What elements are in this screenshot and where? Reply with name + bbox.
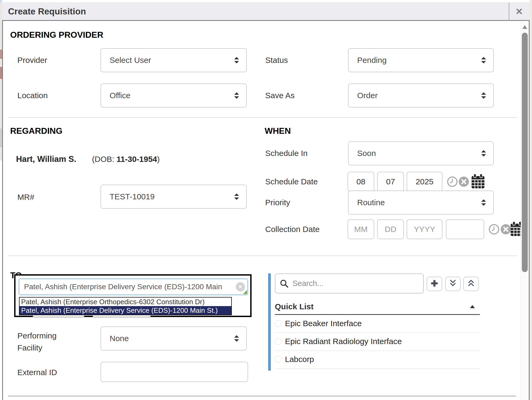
move-all-down-button[interactable] <box>445 277 461 291</box>
suggestion-item-highlighted[interactable]: Patel, Ashish (Enterprise Delivery Servi… <box>20 306 231 315</box>
schedule-date-label: Schedule Date <box>265 177 318 186</box>
decorative-fragment <box>0 0 2 3</box>
quick-list-radio[interactable] <box>275 320 282 327</box>
status-select[interactable]: Pending <box>348 48 494 72</box>
list-separator <box>275 351 480 351</box>
move-all-up-button[interactable] <box>463 277 479 291</box>
dialog-title: Create Requisition <box>8 2 86 21</box>
list-separator <box>275 368 480 369</box>
background-page-right-edge <box>530 0 532 400</box>
recipient-suggestion-list: Patel, Ashish (Enterprise Orthopedics-63… <box>19 297 232 315</box>
plus-icon <box>430 279 439 289</box>
collection-date-clear-icon[interactable] <box>500 224 511 235</box>
collection-time-input[interactable] <box>446 219 484 239</box>
bottom-divider <box>8 395 516 397</box>
collection-date-label: Collection Date <box>265 224 319 234</box>
ordering-provider-heading: ORDERING PROVIDER <box>10 30 103 40</box>
performing-facility-select[interactable]: None <box>101 326 247 351</box>
header-divider <box>509 3 509 20</box>
regarding-heading: REGARDING <box>10 126 63 136</box>
double-chevron-up-icon <box>467 279 475 288</box>
schedule-day-input[interactable] <box>377 172 404 192</box>
select-caret-icon <box>481 199 493 206</box>
quick-list-radio[interactable] <box>275 356 282 363</box>
priority-select[interactable]: Routine <box>348 191 494 215</box>
collection-calendar-icon[interactable] <box>510 222 521 238</box>
section-divider <box>8 117 517 118</box>
schedule-in-select[interactable]: Soon <box>348 141 494 165</box>
collapse-caret-icon[interactable] <box>470 305 475 308</box>
patient-name: Hart, William S. <box>16 154 76 164</box>
schedule-time-clock-icon[interactable] <box>447 176 458 187</box>
dob-suffix: ) <box>157 155 160 163</box>
collection-year-input[interactable] <box>407 219 442 239</box>
select-caret-icon <box>234 92 246 99</box>
decorative-fragment <box>0 49 2 59</box>
save-as-select[interactable]: Order <box>348 83 494 108</box>
list-separator <box>275 332 480 333</box>
save-as-label: Save As <box>265 91 295 100</box>
patient-line: Hart, William S. (DOB: 11-30-1954) <box>16 154 160 164</box>
recipient-input-wrapper: ✕ <box>19 279 248 295</box>
double-chevron-down-icon <box>449 279 457 288</box>
priority-label: Priority <box>265 198 290 207</box>
search-input[interactable] <box>292 279 423 288</box>
quick-list-item[interactable]: Epic Beaker Interface <box>285 319 362 328</box>
provider-select[interactable]: Select User <box>101 48 247 72</box>
background-page-left-edge <box>0 0 2 161</box>
scrollbar-up-arrow[interactable] <box>522 25 527 29</box>
recipient-picker: ✕ Patel, Ashish (Enterprise Orthopedics-… <box>14 274 252 317</box>
schedule-month-input[interactable] <box>348 172 374 192</box>
search-icon <box>275 279 292 288</box>
schedule-year-input[interactable] <box>407 172 442 192</box>
external-id-label: External ID <box>17 368 57 377</box>
mr-label: MR# <box>17 192 34 202</box>
close-icon[interactable]: ✕ <box>510 2 529 21</box>
suggestion-item[interactable]: Patel, Ashish (Enterprise Orthopedics-63… <box>20 298 231 306</box>
provider-label: Provider <box>17 55 47 65</box>
dob-prefix: (DOB: <box>92 155 117 163</box>
select-caret-icon <box>234 193 246 200</box>
schedule-date-clear-icon[interactable] <box>458 176 469 187</box>
schedule-calendar-icon[interactable] <box>471 174 485 191</box>
select-caret-icon <box>234 335 246 342</box>
location-select[interactable]: Office <box>101 83 247 108</box>
directory-search-box <box>275 273 424 294</box>
quick-list-heading: Quick List <box>275 302 314 311</box>
add-button[interactable] <box>427 277 442 291</box>
collection-time-clock-icon[interactable] <box>488 224 500 235</box>
select-caret-icon <box>481 57 493 64</box>
decorative-fragment <box>0 67 2 79</box>
resize-grip-icon[interactable] <box>243 290 247 294</box>
section-divider <box>8 256 517 256</box>
directory-accent-bar <box>268 273 271 371</box>
select-caret-icon <box>234 57 246 64</box>
select-caret-icon <box>481 150 493 157</box>
when-heading: WHEN <box>265 126 291 136</box>
scrollbar-thumb[interactable] <box>522 33 528 272</box>
quick-list-radio[interactable] <box>275 338 282 345</box>
schedule-in-label: Schedule In <box>265 148 307 158</box>
mr-select[interactable]: TEST-10019 <box>101 185 247 209</box>
performing-facility-label: Performing Facility <box>17 330 80 354</box>
screen: Create Requisition ✕ ORDERING PROVIDER P… <box>0 0 532 400</box>
collection-day-input[interactable] <box>377 219 404 239</box>
location-label: Location <box>17 91 48 100</box>
status-label: Status <box>265 55 288 65</box>
recipient-input[interactable] <box>19 279 248 295</box>
select-caret-icon <box>481 92 493 99</box>
collection-month-input[interactable] <box>348 219 374 239</box>
dob-value: 11-30-1954 <box>117 155 157 163</box>
quick-list-item[interactable]: Epic Radiant Radiology Interface <box>285 337 402 346</box>
external-id-input[interactable] <box>101 362 248 382</box>
decorative-fragment <box>0 128 2 147</box>
quick-list-item[interactable]: Labcorp <box>285 355 314 364</box>
quick-list-rule <box>275 314 480 315</box>
